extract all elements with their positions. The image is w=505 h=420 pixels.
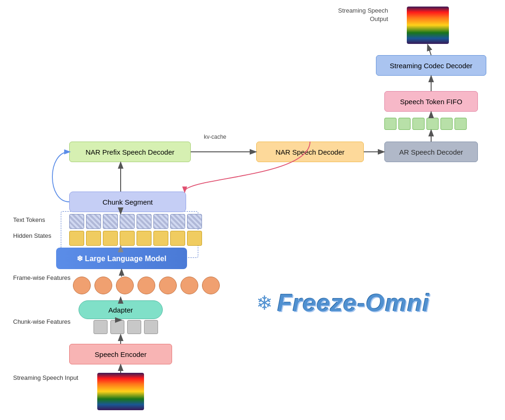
hidden-cell-7 [170,231,185,246]
chunk-segment-box: Chunk Segment [69,192,186,212]
hidden-cell-1 [69,231,84,246]
frame-wise-features-label: Frame-wise Features [13,274,71,282]
adapter-box: Adapter [79,300,163,319]
frame-wise-circles [73,277,220,294]
circle-1 [73,277,91,294]
circle-3 [116,277,134,294]
llm-box: ❄ Large Language Model [56,248,187,269]
hidden-states-label: Hidden States [13,232,51,240]
freeze-omni-logo: ❄ Freeze-Omni [256,289,430,317]
speech-encoder-box: Speech Encoder [69,344,172,364]
streaming-speech-output-label: Streaming Speech Output [327,7,388,23]
chunk-sq-3 [127,320,141,334]
spectrogram-input [97,373,144,410]
chunk-sq-1 [94,320,108,334]
ar-decoder-box: AR Speech Decoder [384,142,478,162]
streaming-speech-input-label: Streaming Speech Input [13,374,78,382]
chunk-wise-squares [94,320,158,334]
token-cell-5 [137,214,152,229]
token-cell-8 [187,214,202,229]
chunk-sq-4 [144,320,158,334]
hidden-cell-2 [86,231,101,246]
hidden-cell-5 [137,231,152,246]
fifo-box: Speech Token FIFO [384,91,478,112]
ar-token-output [384,118,467,130]
diagram: Streaming Speech Output Streaming Speech… [0,0,505,420]
ar-token-2 [398,118,411,130]
hidden-cell-3 [103,231,118,246]
codec-decoder-box: Streaming Codec Decoder [376,55,486,76]
circle-4 [137,277,155,294]
kv-cache-label: kv-cache [204,134,226,140]
token-cell-7 [170,214,185,229]
nar-prefix-box: NAR Prefix Speech Decoder [69,142,191,162]
circle-2 [94,277,112,294]
ar-token-3 [412,118,425,130]
freeze-snowflake-icon: ❄ [256,292,273,314]
circle-7 [202,277,220,294]
hidden-state-grid [69,231,202,246]
freeze-omni-text: Freeze-Omni [277,289,430,317]
chunk-sq-2 [110,320,124,334]
token-cell-2 [86,214,101,229]
hidden-cell-6 [153,231,168,246]
token-cell-3 [103,214,118,229]
svg-line-15 [428,45,431,55]
token-cell-1 [69,214,84,229]
circle-6 [180,277,198,294]
token-cell-6 [153,214,168,229]
chunk-wise-features-label: Chunk-wise Features [13,318,71,326]
circle-5 [159,277,177,294]
text-token-grid [69,214,202,229]
hidden-cell-4 [120,231,135,246]
text-tokens-label: Text Tokens [13,216,45,224]
hidden-cell-8 [187,231,202,246]
ar-token-5 [440,118,453,130]
token-cell-4 [120,214,135,229]
ar-token-6 [454,118,467,130]
ar-token-1 [384,118,397,130]
spectrogram-output [407,7,449,44]
ar-token-4 [426,118,439,130]
nar-decoder-box: NAR Speech Decoder [256,142,364,162]
